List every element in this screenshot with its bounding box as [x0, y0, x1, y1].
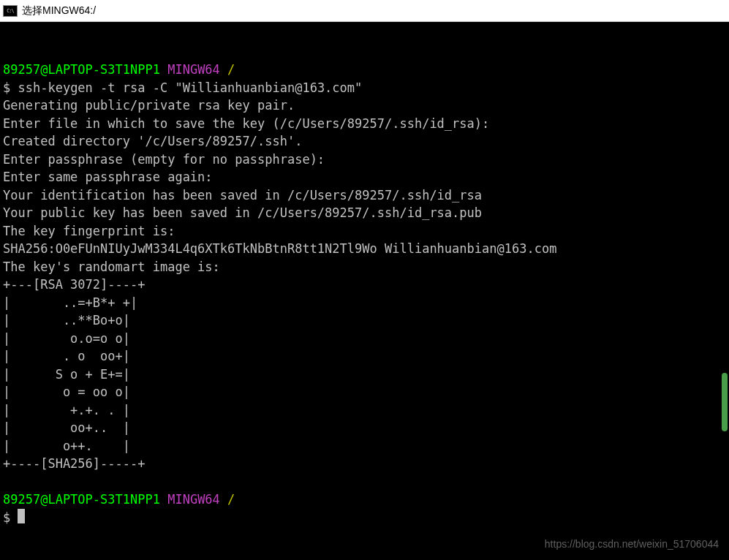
terminal-area[interactable]: 89257@LAPTOP-S3T1NPP1 MINGW64 /$ ssh-key…: [0, 22, 729, 560]
output-line: The key's randomart image is:: [3, 258, 726, 276]
scrollbar-thumb[interactable]: [722, 373, 728, 431]
user-host: 89257@LAPTOP-S3T1NPP1: [3, 62, 160, 77]
prompt-line: 89257@LAPTOP-S3T1NPP1 MINGW64 /: [3, 491, 726, 509]
output-line: Enter passphrase (empty for no passphras…: [3, 151, 726, 169]
prompt-line: 89257@LAPTOP-S3T1NPP1 MINGW64 /: [3, 61, 726, 79]
path: /: [227, 492, 235, 507]
output-line: Created directory '/c/Users/89257/.ssh'.: [3, 132, 726, 151]
output-line: Enter same passphrase again:: [3, 168, 726, 186]
randomart-line: | ..=+B*+ +|: [3, 294, 726, 312]
window-titlebar: C:\ 选择MINGW64:/: [0, 0, 729, 22]
randomart-line: | oo+.. |: [3, 419, 726, 437]
randomart-line: +----[SHA256]-----+: [3, 455, 726, 473]
randomart-line: | S o + E+=|: [3, 366, 726, 384]
randomart-line: | o++. |: [3, 437, 726, 455]
randomart-line: +---[RSA 3072]----+: [3, 276, 726, 294]
randomart-line: | ..**Bo+o|: [3, 311, 726, 330]
path: /: [227, 62, 235, 77]
mingw-label: MINGW64: [167, 492, 220, 507]
randomart-line: | . o oo+|: [3, 347, 726, 366]
user-host: 89257@LAPTOP-S3T1NPP1: [3, 492, 160, 507]
randomart-line: | +.+. . |: [3, 401, 726, 420]
cursor: [18, 509, 25, 523]
output-line: Enter file in which to save the key (/c/…: [3, 115, 726, 133]
mingw-label: MINGW64: [167, 62, 220, 77]
output-line: SHA256:O0eFUnNIUyJwM334L4q6XTk6TkNbBtnR8…: [3, 240, 726, 258]
watermark: https://blog.csdn.net/weixin_51706044: [545, 535, 719, 553]
randomart-line: | o = oo o|: [3, 383, 726, 401]
command-line: $ ssh-keygen -t rsa -C "Willianhuanbian@…: [3, 79, 726, 97]
output-line: The key fingerprint is:: [3, 222, 726, 241]
output-line: Generating public/private rsa key pair.: [3, 97, 726, 115]
output-line: Your public key has been saved in /c/Use…: [3, 204, 726, 222]
terminal-icon: C:\: [3, 5, 18, 17]
window-title: 选择MINGW64:/: [22, 4, 96, 18]
output-line: Your identification has been saved in /c…: [3, 186, 726, 205]
terminal-content[interactable]: 89257@LAPTOP-S3T1NPP1 MINGW64 /$ ssh-key…: [3, 25, 726, 560]
randomart-line: | o.o=o o|: [3, 330, 726, 348]
scrollbar-track[interactable]: [722, 22, 728, 560]
command-line[interactable]: $: [3, 509, 726, 527]
